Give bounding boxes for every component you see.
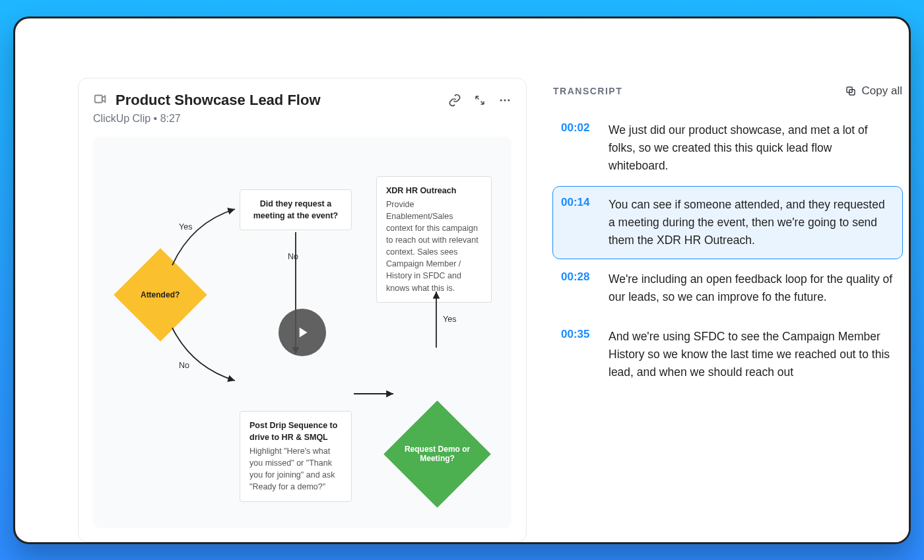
transcript-timestamp[interactable]: 00:14 bbox=[561, 196, 597, 249]
transcript-row[interactable]: 00:28We're including an open feedback lo… bbox=[553, 261, 902, 315]
transcript-timestamp[interactable]: 00:35 bbox=[561, 328, 597, 381]
transcript-text: And we're using SFDC to see the Campaign… bbox=[609, 328, 894, 381]
clip-duration: 8:27 bbox=[160, 113, 181, 124]
expand-icon[interactable] bbox=[473, 94, 486, 107]
svg-point-2 bbox=[504, 99, 506, 101]
transcript-text: You can see if someone attended, and the… bbox=[609, 196, 894, 249]
app-container: Product Showcase Lead Flow ClickUp Clip … bbox=[78, 78, 909, 542]
clip-source: ClickUp Clip bbox=[93, 113, 150, 124]
transcript-timestamp[interactable]: 00:02 bbox=[561, 121, 597, 175]
clip-title: Product Showcase Lead Flow bbox=[116, 92, 440, 109]
transcript-header: TRANSCRIPT Copy all bbox=[553, 84, 902, 98]
more-icon[interactable] bbox=[498, 94, 512, 107]
copy-all-label: Copy all bbox=[862, 84, 902, 98]
transcript-row[interactable]: 00:35And we're using SFDC to see the Cam… bbox=[553, 319, 902, 390]
link-icon[interactable] bbox=[448, 94, 461, 107]
svg-point-1 bbox=[500, 99, 502, 101]
svg-rect-0 bbox=[95, 95, 102, 102]
svg-point-3 bbox=[508, 99, 510, 101]
transcript-list: 00:02We just did our product showcase, a… bbox=[553, 112, 902, 390]
device-frame: Product Showcase Lead Flow ClickUp Clip … bbox=[13, 16, 911, 544]
clip-subtitle: ClickUp Clip • 8:27 bbox=[93, 113, 512, 125]
video-icon bbox=[93, 92, 108, 109]
play-button[interactable] bbox=[279, 309, 326, 356]
fade-overlay bbox=[553, 470, 909, 544]
clip-card: Product Showcase Lead Flow ClickUp Clip … bbox=[78, 78, 527, 542]
card-header: Product Showcase Lead Flow bbox=[93, 92, 512, 109]
transcript-timestamp[interactable]: 00:28 bbox=[561, 270, 597, 306]
copy-icon bbox=[845, 85, 857, 97]
whiteboard-canvas: Yes No No Yes Attended? Did they request… bbox=[93, 137, 512, 528]
transcript-row[interactable]: 00:14You can see if someone attended, an… bbox=[553, 187, 902, 259]
header-actions bbox=[448, 94, 512, 107]
transcript-label: TRANSCRIPT bbox=[553, 86, 845, 96]
copy-all-button[interactable]: Copy all bbox=[845, 84, 902, 98]
transcript-text: We're including an open feedback loop fo… bbox=[609, 270, 894, 306]
transcript-panel: TRANSCRIPT Copy all 00:02We just did our… bbox=[553, 78, 909, 542]
transcript-row[interactable]: 00:02We just did our product showcase, a… bbox=[553, 112, 902, 184]
transcript-text: We just did our product showcase, and me… bbox=[609, 121, 894, 175]
